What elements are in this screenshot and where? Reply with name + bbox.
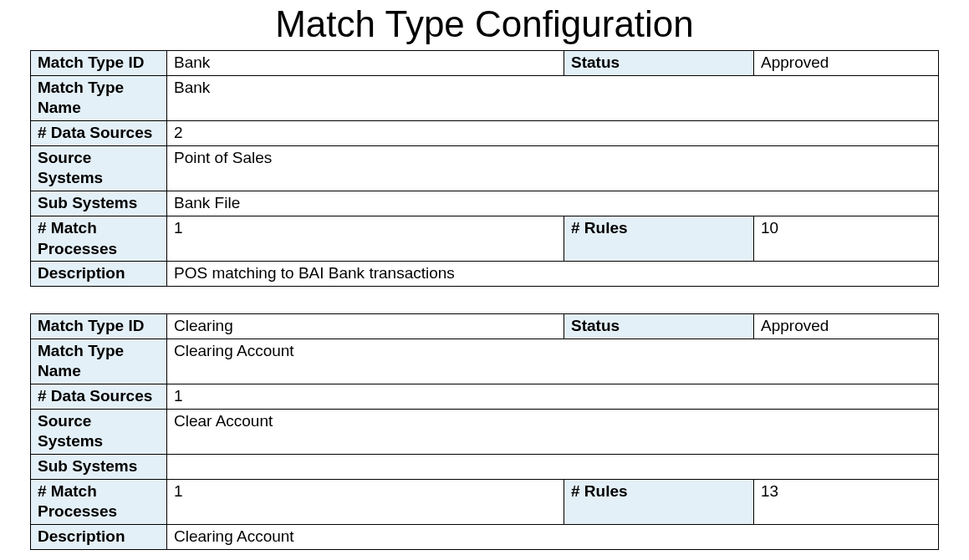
label-match-type-name: Match Type Name [31, 75, 167, 120]
label-sub-systems: Sub Systems [31, 455, 167, 480]
value-description: Clearing Account [167, 525, 939, 550]
value-source-systems: Point of Sales [167, 145, 939, 191]
label-num-match-processes: # Match Processes [31, 216, 167, 261]
value-description: POS matching to BAI Bank transactions [167, 262, 939, 287]
match-type-table: Match Type ID Bank Status Approved Match… [30, 50, 939, 287]
value-match-type-id: Clearing [167, 313, 564, 339]
label-description: Description [31, 525, 167, 550]
value-match-type-name: Bank [167, 75, 939, 120]
match-type-table: Match Type ID Clearing Status Approved M… [30, 313, 939, 550]
value-num-data-sources: 2 [167, 121, 939, 146]
value-status: Approved [754, 313, 939, 339]
label-source-systems: Source Systems [31, 409, 167, 454]
value-status: Approved [754, 51, 939, 76]
value-match-type-id: Bank [167, 51, 564, 76]
value-num-rules: 10 [754, 216, 939, 261]
label-match-type-id: Match Type ID [31, 313, 167, 339]
label-status: Status [564, 51, 754, 76]
label-description: Description [31, 262, 167, 287]
value-num-rules: 13 [754, 479, 939, 524]
label-source-systems: Source Systems [31, 145, 167, 191]
label-num-rules: # Rules [564, 479, 754, 524]
value-sub-systems [167, 455, 939, 480]
label-num-data-sources: # Data Sources [31, 384, 167, 409]
value-source-systems: Clear Account [167, 409, 939, 454]
value-num-match-processes: 1 [167, 479, 564, 524]
label-match-type-id: Match Type ID [31, 51, 167, 76]
label-match-type-name: Match Type Name [31, 339, 167, 384]
label-num-data-sources: # Data Sources [31, 121, 167, 146]
label-num-rules: # Rules [564, 216, 754, 261]
value-sub-systems: Bank File [167, 191, 939, 216]
value-num-match-processes: 1 [167, 216, 564, 261]
page-title: Match Type Configuration [30, 3, 939, 45]
label-num-match-processes: # Match Processes [31, 479, 167, 524]
value-match-type-name: Clearing Account [167, 339, 939, 384]
label-status: Status [564, 313, 754, 339]
value-num-data-sources: 1 [167, 384, 939, 409]
label-sub-systems: Sub Systems [31, 191, 167, 216]
